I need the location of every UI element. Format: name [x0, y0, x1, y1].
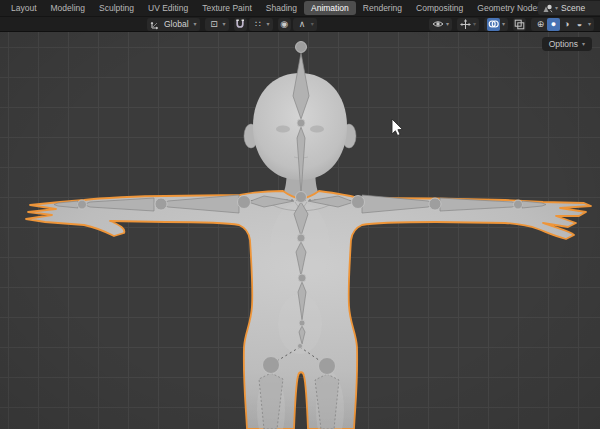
show-overlays-toggle[interactable] — [487, 18, 500, 31]
tab-sculpting[interactable]: Sculpting — [92, 1, 141, 15]
xray-toggle[interactable] — [513, 18, 526, 31]
chevron-down-icon: ▾ — [502, 21, 505, 27]
tab-modeling[interactable]: Modeling — [44, 1, 93, 15]
chevron-down-icon: ▾ — [446, 21, 449, 27]
chevron-down-icon: ▾ — [588, 21, 591, 27]
scene-icon — [542, 3, 553, 14]
shading-material-preview-button[interactable]: ◑ — [560, 18, 573, 31]
options-button[interactable]: Options ▾ — [542, 37, 592, 51]
character-body-mesh[interactable] — [26, 191, 591, 429]
gizmo-icon — [460, 19, 471, 30]
shading-mode-group: ⊕ ● ◑ ◒ ▾ — [531, 18, 594, 31]
tab-rendering[interactable]: Rendering — [356, 1, 409, 15]
tab-animation[interactable]: Animation — [304, 1, 356, 15]
visibility-eye-icon — [432, 19, 444, 29]
proportional-editing-toggle[interactable]: ◉ — [278, 18, 291, 31]
blender-window: Layout Modeling Sculpting UV Editing Tex… — [0, 0, 600, 429]
tab-uv-editing[interactable]: UV Editing — [141, 1, 195, 15]
chevron-down-icon: ▾ — [267, 21, 270, 27]
chevron-down-icon: ▾ — [223, 21, 226, 27]
snap-magnet-toggle[interactable] — [234, 18, 247, 31]
tab-shading[interactable]: Shading — [259, 1, 304, 15]
orientation-value: Global — [164, 19, 189, 29]
shading-solid-button[interactable]: ● — [547, 18, 560, 31]
overlays-dropdown[interactable]: ▾ — [484, 18, 508, 31]
scene-name: Scene — [561, 3, 585, 13]
orientation-axes-icon — [150, 19, 161, 30]
proportional-falloff-dropdown[interactable]: ∧ ▾ — [293, 18, 317, 31]
scene-canvas — [0, 32, 600, 429]
tool-settings-bar: Global ▾ ⊡ ▾ ∷ ▾ ◉ ∧ ▾ — [0, 16, 600, 32]
options-label: Options — [549, 39, 578, 49]
chevron-down-icon: ▾ — [555, 5, 558, 11]
tab-geometry-nodes[interactable]: Geometry Nodes — [470, 1, 548, 15]
transform-orientation-dropdown[interactable]: Global ▾ — [147, 18, 200, 31]
scene-selector[interactable]: ▾ Scene — [538, 1, 600, 15]
3d-viewport[interactable]: Options ▾ — [0, 32, 600, 429]
visibility-dropdown[interactable]: ▾ — [429, 18, 452, 31]
pivot-point-icon: ⊡ — [208, 18, 221, 31]
workspace-tabs: Layout Modeling Sculpting UV Editing Tex… — [4, 0, 600, 16]
topbar: Layout Modeling Sculpting UV Editing Tex… — [0, 0, 600, 16]
shading-wireframe-button[interactable]: ⊕ — [534, 18, 547, 31]
chevron-down-icon: ▾ — [311, 21, 314, 27]
falloff-curve-icon: ∧ — [296, 18, 309, 31]
mouse-cursor — [392, 119, 403, 136]
tab-compositing[interactable]: Compositing — [409, 1, 470, 15]
snap-target-icon: ∷ — [252, 18, 265, 31]
tab-layout[interactable]: Layout — [4, 1, 44, 15]
snap-target-dropdown[interactable]: ∷ ▾ — [249, 18, 273, 31]
tab-texture-paint[interactable]: Texture Paint — [195, 1, 259, 15]
shading-rendered-button[interactable]: ◒ — [573, 18, 586, 31]
gizmos-dropdown[interactable]: ▾ — [457, 18, 479, 31]
chevron-down-icon: ▾ — [194, 21, 197, 27]
chevron-down-icon: ▾ — [473, 21, 476, 27]
pivot-point-dropdown[interactable]: ⊡ ▾ — [205, 18, 229, 31]
chevron-down-icon: ▾ — [582, 41, 585, 47]
